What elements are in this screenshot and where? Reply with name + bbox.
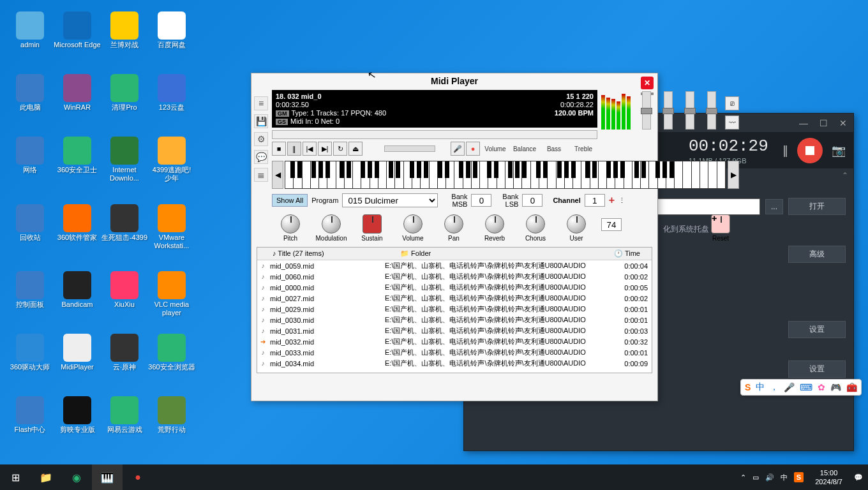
maximize-button[interactable]: ☐ [819,118,828,128]
bass-slider[interactable] [685,91,694,130]
col-folder[interactable]: Folder [411,249,431,257]
playlist-row[interactable]: ♪mid_0031.midE:\国产机、山寨机、电话机铃声\杂牌机铃声\友利通U… [257,325,652,336]
camera-icon[interactable]: 📷 [832,144,846,158]
tray-lang[interactable]: 中 [781,473,788,482]
reset-button[interactable]: ✚Reset [705,214,737,242]
desktop-icon[interactable]: 控制面板 [6,271,54,309]
desktop-icon[interactable]: VMware Workstati... [148,204,195,250]
settings-button-1[interactable]: 设置 [788,321,846,338]
prev-button[interactable]: |◀ [303,142,317,156]
desktop-icon[interactable]: 生死狙击-4399 [101,204,148,242]
taskbar-360browser[interactable]: ◉ [61,464,92,490]
tray-chevron-icon[interactable]: ⌃ [740,473,746,482]
desktop-icon[interactable]: 网易云游戏 [101,396,148,434]
sogou-icon[interactable]: S [745,382,751,392]
reverb-knob[interactable]: Reverb [479,214,511,242]
add-button[interactable]: + [609,195,615,206]
piano-keyboard[interactable] [285,161,726,189]
desktop-icon[interactable]: 123云盘 [148,74,195,112]
playlist-row[interactable]: ♪mid_0000.midE:\国产机、山寨机、电话机铃声\杂牌机铃声\友利通U… [257,282,652,293]
ime-punct-icon[interactable]: ， [770,382,779,393]
desktop-icon[interactable]: 360驱动大师 [6,334,54,371]
col-title[interactable]: Title (27 items) [278,249,324,257]
desktop-icon[interactable]: 清理Pro [101,74,148,112]
desktop-icon[interactable]: WinRAR [54,74,101,112]
user-value-input[interactable] [601,218,622,231]
piano-scroll-left[interactable]: ◀ [272,161,283,189]
open-button[interactable]: 打开 [788,198,846,215]
pause-button[interactable]: ‖ [287,142,301,156]
desktop-icon[interactable]: 360安全浏览器 [148,334,195,371]
save-icon[interactable]: 💾 [254,114,268,128]
playlist-row[interactable]: ♪mid_0029.midE:\国产机、山寨机、电话机铃声\杂牌机铃声\友利通U… [257,304,652,315]
menu-icon[interactable]: ≡ [254,96,268,110]
ime-tool-icon[interactable]: 🧰 [846,382,857,392]
ime-keyboard-icon[interactable]: ⌨ [800,382,812,392]
ime-toolbar[interactable]: S 中 ， 🎤 ⌨ ✿ 🎮 🧰 [740,379,862,396]
eject-button[interactable]: ⏏ [348,142,363,156]
desktop-icon[interactable]: 云·原神 [101,334,148,371]
tray-volume-icon[interactable]: 🔊 [765,473,774,482]
desktop-icon[interactable]: 剪映专业版 [54,396,101,434]
taskbar-midiplayer[interactable]: 🎹 [92,464,123,490]
browse-button[interactable]: ... [765,199,783,214]
ime-skin-icon[interactable]: ✿ [818,382,825,392]
pause-button[interactable]: ‖ [782,144,788,158]
record-icon[interactable]: ● [466,142,480,156]
repeat-button[interactable]: ↻ [333,142,347,156]
mic-icon[interactable]: 🎤 [451,142,465,156]
treble-slider[interactable] [707,91,716,130]
text-icon[interactable]: ≣ [254,168,268,182]
volume-knob[interactable]: Volume [397,214,429,242]
pitch-knob[interactable]: Pitch [274,214,306,242]
window-title[interactable]: Midi Player ✕ [251,73,657,87]
desktop-icon[interactable]: MidiPlayer [54,334,101,371]
playlist-row[interactable]: ♪mid_0034.midE:\国产机、山寨机、电话机铃声\杂牌机铃声\友利通U… [257,358,652,369]
taskbar-bandicam[interactable]: ● [123,464,153,490]
tray-clock[interactable]: 15:00 2024/8/7 [810,468,848,486]
gear-icon[interactable]: ⚙ [254,132,268,146]
desktop-icon[interactable]: Internet Downlo... [101,137,148,182]
desktop-icon[interactable]: VLC media player [148,271,195,317]
progress-bar[interactable] [272,130,597,139]
tray-notifications-icon[interactable]: 💬 [854,473,863,482]
desktop-icon[interactable]: 360软件管家 [54,204,101,242]
taskbar-explorer[interactable]: 📁 [31,464,61,490]
minimize-button[interactable]: — [799,118,808,128]
desktop-icon[interactable]: 360安全卫士 [54,137,101,174]
pan-knob[interactable]: Pan [438,214,470,242]
ime-game-icon[interactable]: 🎮 [830,382,841,392]
sustain-button[interactable]: Sustain [356,214,388,242]
close-button[interactable]: ✕ [641,77,654,89]
balance-slider[interactable] [664,91,673,130]
piano-scroll-right[interactable]: ▶ [728,161,739,189]
col-time[interactable]: Time [625,249,640,257]
channel-input[interactable] [585,194,605,207]
close-button[interactable]: ✕ [839,118,847,128]
advanced-button[interactable]: 高级 [788,246,846,263]
desktop-icon[interactable]: 荒野行动 [148,396,195,434]
playlist-row[interactable]: ♪mid_0060.midE:\国产机、山寨机、电话机铃声\杂牌机铃声\友利通U… [257,271,652,282]
desktop-icon[interactable]: Microsoft Edge [54,11,101,49]
desktop-icon[interactable]: 回收站 [6,204,54,242]
playlist-row[interactable]: ♪mid_0059.midE:\国产机、山寨机、电话机铃声\杂牌机铃声\友利通U… [257,260,652,271]
tray-app-icon[interactable]: ▭ [752,473,759,482]
showall-button[interactable]: Show All [272,194,308,207]
chat-icon[interactable]: 💬 [254,150,268,164]
stop-button[interactable]: ■ [272,142,286,156]
desktop-icon[interactable]: Flash中心 [6,396,54,434]
scope-icon[interactable]: 〰 [725,115,739,130]
modulation-knob[interactable]: Modulation [315,214,347,242]
desktop-icon[interactable]: admin [6,11,54,49]
next-button[interactable]: ▶| [318,142,332,156]
program-select[interactable]: 015 Dulcimer [342,193,438,207]
desktop-icon[interactable]: 网络 [6,137,54,174]
user-knob[interactable]: User [560,214,592,242]
more-icon[interactable]: ⋮ [618,197,625,205]
desktop-icon[interactable]: 百度网盘 [148,11,195,49]
playlist-row[interactable]: ➔mid_0032.midE:\国产机、山寨机、电话机铃声\杂牌机铃声\友利通U… [257,336,652,347]
start-button[interactable]: ⊞ [0,464,31,490]
bankmsb-input[interactable] [471,194,491,207]
tempo-slider[interactable] [384,145,435,152]
banklsb-input[interactable] [522,194,542,207]
